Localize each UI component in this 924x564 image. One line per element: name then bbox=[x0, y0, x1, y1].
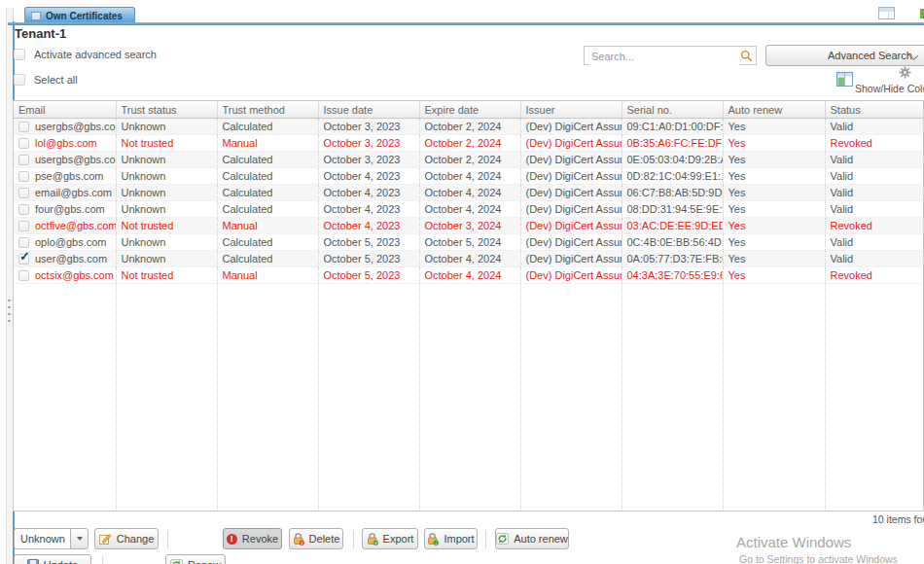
cell-serial-no[interactable]: 0A:05:77:D3:7E:FB:0E:1... bbox=[622, 251, 723, 267]
cell-serial-no[interactable]: 03:AC:DE:EE:9D:ED:C7... bbox=[622, 218, 723, 234]
row-checkbox[interactable] bbox=[18, 188, 29, 198]
cell-expire-date[interactable]: October 3, 2024 bbox=[419, 218, 520, 234]
cell-issue-date[interactable]: October 5, 2023 bbox=[318, 251, 419, 267]
cell-trust-status[interactable]: Unknown bbox=[116, 185, 217, 201]
cell-auto-renew[interactable]: Yes bbox=[723, 234, 825, 251]
cell-trust-status[interactable]: Not trusted bbox=[116, 218, 217, 234]
cell-serial-no[interactable]: 08:DD:31:94:5E:9E:92:3... bbox=[622, 201, 723, 218]
cell-expire-date[interactable]: October 4, 2024 bbox=[419, 185, 520, 201]
cell-issuer[interactable]: (Dev) DigiCert Assured I... bbox=[520, 251, 622, 267]
cell-serial-no[interactable]: 0B:35:A6:FC:FE:DF:48:... bbox=[622, 135, 723, 152]
cell-status[interactable]: Valid bbox=[825, 251, 924, 267]
cell-expire-date[interactable]: October 4, 2024 bbox=[419, 201, 520, 218]
cell-trust-status[interactable]: Unknown bbox=[116, 251, 217, 267]
cell-expire-date[interactable]: October 2, 2024 bbox=[419, 135, 520, 152]
cell-email[interactable]: oplo@gbs.com bbox=[14, 234, 116, 251]
cell-trust-status[interactable]: Unknown bbox=[116, 152, 217, 168]
cell-serial-no[interactable]: 09:C1:A0:D1:00:DF:4F:... bbox=[622, 119, 723, 135]
table-row[interactable]: usergbs@gbs.comUnknownCalculatedOctober … bbox=[14, 152, 924, 168]
cell-serial-no[interactable]: 0E:05:03:04:D9:2B:AD:9... bbox=[622, 152, 723, 168]
advanced-search-button[interactable]: Advanced Search bbox=[765, 45, 924, 66]
table-row[interactable]: email@gbs.comUnknownCalculatedOctober 4,… bbox=[14, 185, 924, 201]
cell-issue-date[interactable]: October 4, 2023 bbox=[318, 185, 419, 201]
search-icon[interactable] bbox=[740, 50, 753, 62]
cell-issue-date[interactable]: October 4, 2023 bbox=[318, 168, 419, 185]
row-checkbox[interactable] bbox=[18, 171, 29, 182]
cell-email[interactable]: pse@gbs.com bbox=[14, 168, 116, 185]
window-restore-icon[interactable] bbox=[878, 7, 895, 19]
cell-trust-status[interactable]: Unknown bbox=[116, 119, 217, 135]
select-all-checkbox[interactable] bbox=[14, 74, 25, 86]
cell-auto-renew[interactable]: Yes bbox=[723, 267, 825, 284]
cell-issue-date[interactable]: October 3, 2023 bbox=[318, 135, 419, 152]
table-row[interactable]: pse@gbs.comUnknownCalculatedOctober 4, 2… bbox=[14, 168, 924, 185]
cell-auto-renew[interactable]: Yes bbox=[723, 218, 825, 234]
cell-status[interactable]: Valid bbox=[825, 234, 924, 251]
cell-auto-renew[interactable]: Yes bbox=[723, 185, 825, 201]
cell-issuer[interactable]: (Dev) DigiCert Assured I... bbox=[520, 135, 622, 152]
row-checkbox-checked[interactable]: ✓ bbox=[18, 254, 29, 264]
cell-trust-method[interactable]: Manual bbox=[217, 218, 318, 234]
cell-issuer[interactable]: (Dev) DigiCert Assured I... bbox=[520, 185, 622, 201]
row-checkbox[interactable] bbox=[18, 237, 29, 248]
export-button[interactable]: + Export bbox=[362, 528, 418, 549]
cell-status[interactable]: Valid bbox=[825, 185, 924, 201]
cell-status[interactable]: Valid bbox=[825, 168, 924, 185]
cell-status[interactable]: Valid bbox=[825, 152, 924, 168]
cell-trust-method[interactable]: Manual bbox=[217, 135, 318, 152]
cell-trust-method[interactable]: Calculated bbox=[217, 152, 318, 168]
cell-email[interactable]: octsix@gbs.com bbox=[14, 267, 116, 284]
revoke-button[interactable]: ! Revoke bbox=[223, 528, 282, 549]
update-button[interactable]: Update bbox=[14, 554, 91, 564]
cell-issuer[interactable]: (Dev) DigiCert Assured I... bbox=[520, 267, 622, 284]
cell-expire-date[interactable]: October 4, 2024 bbox=[419, 251, 520, 267]
table-row[interactable]: usergbs@gbs.comUnknownCalculatedOctober … bbox=[14, 119, 924, 135]
cell-trust-status[interactable]: Not trusted bbox=[116, 267, 217, 284]
row-checkbox[interactable] bbox=[18, 204, 29, 215]
cell-trust-method[interactable]: Calculated bbox=[217, 119, 318, 135]
cell-email[interactable]: octfive@gbs.com bbox=[14, 218, 116, 234]
table-row[interactable]: oplo@gbs.comUnknownCalculatedOctober 5, … bbox=[14, 234, 924, 251]
col-header-serial-no[interactable]: Serial no. bbox=[622, 101, 723, 119]
cell-issuer[interactable]: (Dev) DigiCert Assured I... bbox=[520, 168, 622, 185]
cell-issuer[interactable]: (Dev) DigiCert Assured I... bbox=[520, 234, 622, 251]
cell-email[interactable]: usergbs@gbs.com bbox=[14, 152, 116, 168]
row-checkbox[interactable] bbox=[18, 138, 29, 149]
cell-expire-date[interactable]: October 2, 2024 bbox=[419, 119, 520, 135]
table-row[interactable]: four@gbs.comUnknownCalculatedOctober 4, … bbox=[14, 201, 924, 218]
cell-status[interactable]: Valid bbox=[825, 119, 924, 135]
cell-status[interactable]: Revoked bbox=[825, 135, 924, 152]
cell-status[interactable]: Valid bbox=[825, 201, 924, 218]
table-row[interactable]: octsix@gbs.comNot trustedManualOctober 5… bbox=[14, 267, 924, 284]
col-header-expire-date[interactable]: Expire date bbox=[419, 101, 520, 119]
table-row[interactable]: ✓user@gbs.comUnknownCalculatedOctober 5,… bbox=[14, 251, 924, 267]
tab-own-certificates[interactable]: Own Certificates bbox=[24, 7, 135, 23]
cell-issuer[interactable]: (Dev) DigiCert Assured I... bbox=[520, 218, 622, 234]
cell-status[interactable]: Revoked bbox=[825, 267, 924, 284]
cell-email[interactable]: email@gbs.com bbox=[14, 185, 116, 201]
cell-auto-renew[interactable]: Yes bbox=[723, 119, 825, 135]
cell-email[interactable]: usergbs@gbs.com bbox=[14, 119, 116, 135]
col-header-trust-status[interactable]: Trust status bbox=[116, 101, 217, 119]
auto-renew-button[interactable]: Auto renew bbox=[495, 528, 569, 549]
table-row[interactable]: lol@gbs.comNot trustedManualOctober 3, 2… bbox=[14, 135, 924, 152]
table-row[interactable]: octfive@gbs.comNot trustedManualOctober … bbox=[14, 218, 924, 234]
cell-issuer[interactable]: (Dev) DigiCert Assured I... bbox=[520, 152, 622, 168]
cell-auto-renew[interactable]: Yes bbox=[723, 168, 825, 185]
delete-button[interactable]: x Delete bbox=[289, 528, 343, 549]
cell-trust-method[interactable]: Manual bbox=[217, 267, 318, 284]
row-checkbox[interactable] bbox=[18, 221, 29, 231]
cell-trust-status[interactable]: Unknown bbox=[116, 168, 217, 185]
col-header-auto-renew[interactable]: Auto renew bbox=[723, 101, 825, 119]
table-columns-icon[interactable] bbox=[836, 72, 853, 87]
cell-expire-date[interactable]: October 4, 2024 bbox=[419, 168, 520, 185]
cell-expire-date[interactable]: October 2, 2024 bbox=[419, 152, 520, 168]
cell-trust-status[interactable]: Unknown bbox=[116, 234, 217, 251]
cell-issue-date[interactable]: October 3, 2023 bbox=[318, 152, 419, 168]
cell-email[interactable]: four@gbs.com bbox=[14, 201, 116, 218]
cell-serial-no[interactable]: 04:3A:3E:70:55:E9:69:A... bbox=[622, 267, 723, 284]
cell-trust-status[interactable]: Not trusted bbox=[116, 135, 217, 152]
cell-trust-method[interactable]: Calculated bbox=[217, 234, 318, 251]
cell-trust-method[interactable]: Calculated bbox=[217, 251, 318, 267]
col-header-status[interactable]: Status bbox=[825, 101, 924, 119]
